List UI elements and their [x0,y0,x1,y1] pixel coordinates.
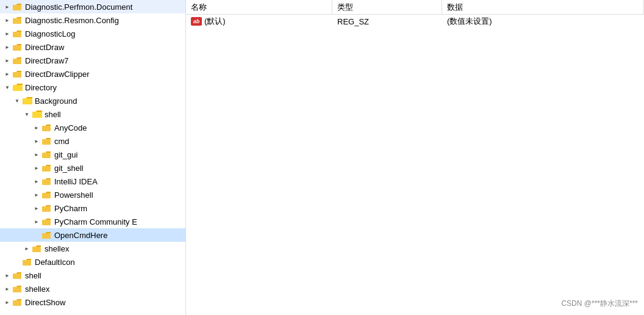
expand-button[interactable]: ► [2,4,12,10]
reg-type-icon: ab [191,17,202,26]
expand-button[interactable]: ► [2,58,12,63]
expand-button[interactable]: ► [2,300,12,305]
folder-icon [12,15,23,25]
svg-marker-23 [42,138,51,139]
svg-rect-32 [42,193,51,198]
tree-item[interactable]: ► Diagnostic.Perfmon.Document [0,0,185,13]
svg-rect-9 [13,59,21,64]
tree-item[interactable]: ► PyCharm Community E [0,215,185,228]
svg-rect-7 [13,45,21,51]
tree-item[interactable]: ► Powershell [0,188,185,201]
tree-item-label: Diagnostic.Resmon.Config [25,16,119,25]
svg-marker-10 [13,71,21,72]
svg-marker-39 [32,245,41,247]
svg-rect-42 [23,260,31,266]
tree-item-label: shellex [25,284,49,294]
svg-rect-3 [13,18,21,24]
folder-icon [41,150,52,159]
tree-item[interactable]: ► DefaultIcon [0,255,185,269]
tree-item-label: IntelliJ IDEA [54,177,98,186]
expand-button[interactable]: ► [32,165,41,171]
tree-item-label: shell [45,110,61,119]
tree-item[interactable]: ► DirectDraw7 [0,54,185,67]
tree-item[interactable]: ► shell [0,269,185,282]
expand-button[interactable]: ► [32,179,41,184]
tree-item[interactable]: ► AnyCode [0,121,185,134]
tree-item[interactable]: ► DirectDraw [0,40,185,54]
folder-icon [41,190,52,200]
svg-marker-45 [13,286,21,287]
tree-item[interactable]: ▼ Directory [0,81,185,94]
tree-item-label: shellex [45,244,69,253]
folder-icon [12,284,23,294]
expand-button[interactable]: ► [2,273,12,278]
expand-button[interactable]: ► [2,31,12,37]
svg-marker-0 [13,4,21,5]
expand-button[interactable]: ► [2,18,12,23]
watermark: CSDN @***静水流深*** [561,299,638,309]
header-data: 数据 [442,0,644,14]
svg-marker-37 [42,232,51,233]
tree-item-label: DirectDraw [25,43,64,52]
expand-button[interactable]: ► [32,192,41,198]
svg-rect-28 [42,166,51,172]
expand-button[interactable]: ► [32,125,41,131]
registry-row[interactable]: ab(默认)REG_SZ(数值未设置) [186,15,644,28]
header-type: 类型 [332,0,442,14]
expand-button[interactable]: ► [32,152,41,158]
svg-rect-38 [42,233,51,239]
svg-marker-20 [32,112,42,118]
tree-item-label: Diagnostic.Perfmon.Document [25,2,132,12]
tree-item[interactable]: ▼ shell [0,107,185,121]
expand-button[interactable]: ► [22,246,32,252]
svg-rect-46 [13,287,21,292]
folder-icon [12,82,23,92]
svg-rect-34 [42,206,51,212]
tree-item[interactable]: ► git_shell [0,161,185,175]
svg-marker-33 [42,205,51,206]
tree-item-label: DirectDrawClipper [25,70,89,79]
svg-rect-24 [42,139,51,145]
expand-button[interactable]: ▼ [22,112,32,117]
expand-button[interactable]: ► [32,219,41,225]
tree-item[interactable]: ► git_gui [0,148,185,161]
tree-item-label: git_gui [54,150,77,159]
reg-name-value: (默认) [204,16,226,27]
tree-item[interactable]: ► cmd [0,134,185,148]
tree-item[interactable]: ► DirectShow [0,295,185,309]
expand-button[interactable]: ► [2,71,12,77]
tree-item[interactable]: ► DirectDrawClipper [0,67,185,81]
expand-button[interactable]: ► [32,206,41,211]
tree-item[interactable]: ► OpenCmdHere [0,228,185,242]
tree-item-label: PyCharm [54,204,87,213]
tree-item[interactable]: ► DiagnosticLog [0,27,185,40]
tree-item[interactable]: ► Diagnostic.Resmon.Config [0,13,185,27]
tree-item[interactable]: ► PyCharm [0,201,185,215]
registry-values-panel: 名称 类型 数据 ab(默认)REG_SZ(数值未设置) [186,0,644,315]
svg-rect-44 [13,273,21,279]
expand-button[interactable]: ► [2,286,12,292]
tree-item[interactable]: ► IntelliJ IDEA [0,175,185,188]
svg-marker-41 [23,259,31,260]
expand-button[interactable]: ▼ [2,85,12,90]
tree-item[interactable]: ► shellex [0,242,185,255]
folder-icon [32,244,43,253]
tree-item-label: shell [25,271,41,280]
svg-marker-43 [13,272,21,273]
expand-button[interactable]: ▼ [12,98,22,104]
expand-button[interactable]: ► [2,45,12,50]
svg-marker-14 [13,85,23,91]
tree-item[interactable]: ▼ Background [0,94,185,107]
svg-marker-12 [13,84,23,85]
svg-rect-22 [42,126,51,131]
reg-cell-data: (数值未设置) [442,16,644,27]
header-name: 名称 [186,0,332,14]
tree-item[interactable]: ► shellex [0,282,185,295]
svg-marker-6 [13,44,21,45]
folder-icon [12,42,23,52]
svg-marker-25 [42,151,51,153]
registry-tree[interactable]: ► Diagnostic.Perfmon.Document► Diagnosti… [0,0,186,315]
folder-icon [41,123,52,132]
svg-marker-15 [23,97,32,98]
expand-button[interactable]: ► [32,139,41,144]
